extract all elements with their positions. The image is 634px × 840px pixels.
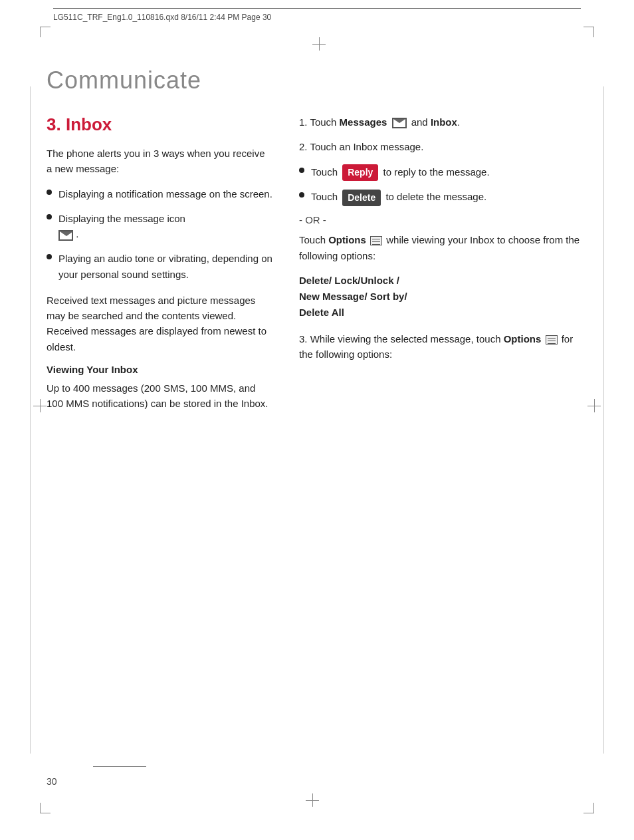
list-item: Touch Delete to delete the message. [299, 189, 587, 206]
bullet-dot [299, 192, 304, 198]
section-heading: 3. Inbox [47, 114, 272, 135]
crosshair-mid-right [587, 399, 601, 412]
bullet-text-2: Displaying the message icon . [58, 211, 185, 242]
bullet-dot [47, 254, 52, 259]
reply-text: Touch Reply to reply to the message. [311, 164, 490, 182]
options-bold-list: Delete/ Lock/Unlock /New Message/ Sort b… [299, 273, 587, 321]
page-content: Communicate 3. Inbox The phone alerts yo… [47, 40, 587, 800]
header-bar: LG511C_TRF_Eng1.0_110816.qxd 8/16/11 2:4… [53, 8, 581, 22]
options-menu-icon [370, 236, 382, 245]
step-3: 3. While viewing the selected message, t… [299, 331, 587, 362]
extra-body-text: Received text messages and picture messa… [47, 293, 272, 354]
corner-mark-bl [40, 803, 51, 813]
step-1-and-inbox: and Inbox. [411, 116, 460, 128]
list-item: Displaying a notification message on the… [47, 186, 272, 202]
list-item: Displaying the message icon . [47, 211, 272, 242]
sub-bullet-list: Touch Reply to reply to the message. Tou… [299, 164, 587, 207]
section-title-text: Inbox [66, 114, 112, 134]
step-2-num: 2. [299, 141, 310, 152]
page-number: 30 [47, 776, 57, 787]
bullet-dot [299, 168, 304, 173]
file-info: LG511C_TRF_Eng1.0_110816.qxd 8/16/11 2:4… [53, 13, 271, 22]
crosshair-mid-left [33, 399, 47, 412]
bullet-dot [47, 214, 52, 219]
subheading-viewing: Viewing Your Inbox [47, 364, 272, 375]
bottom-line [93, 766, 146, 767]
corner-mark-br [583, 803, 594, 813]
options-paragraph: Touch Options while viewing your Inbox t… [299, 232, 587, 263]
bullet-text-3: Playing an audio tone or vibrating, depe… [58, 251, 272, 282]
corner-mark-tl [40, 27, 51, 37]
or-separator: - OR - [299, 214, 587, 225]
step-3-num: 3. While viewing the selected message, t… [299, 333, 541, 345]
step-2-text: Touch an Inbox message. [310, 141, 423, 152]
list-item: Playing an audio tone or vibrating, depe… [47, 251, 272, 282]
bullet-dot [47, 190, 52, 195]
bullet-list: Displaying a notification message on the… [47, 186, 272, 282]
corner-mark-tr [583, 27, 594, 37]
step-1: 1. Touch Messages and Inbox. [299, 114, 587, 130]
right-column: 1. Touch Messages and Inbox. 2. Touch an… [299, 114, 587, 420]
side-line-left [30, 86, 31, 754]
viewing-inbox-text: Up to 400 messages (200 SMS, 100 MMS, an… [47, 380, 272, 412]
step-2: 2. Touch an Inbox message. [299, 139, 587, 154]
left-column: 3. Inbox The phone alerts you in 3 ways … [47, 114, 272, 420]
side-line-right [603, 86, 604, 754]
reply-button-label: Reply [342, 164, 378, 182]
message-icon-inline [58, 230, 73, 241]
page-title: Communicate [47, 67, 587, 94]
step3-menu-icon [546, 335, 558, 345]
intro-paragraph: The phone alerts you in 3 ways when you … [47, 146, 272, 177]
list-item: Touch Reply to reply to the message. [299, 164, 587, 182]
delete-button-label: Delete [342, 190, 381, 207]
step-1-num: 1. Touch Messages [299, 116, 387, 128]
messages-icon [392, 118, 407, 128]
content-columns: 3. Inbox The phone alerts you in 3 ways … [47, 114, 587, 420]
delete-text: Touch Delete to delete the message. [311, 189, 486, 206]
bullet-text-1: Displaying a notification message on the… [58, 186, 272, 202]
